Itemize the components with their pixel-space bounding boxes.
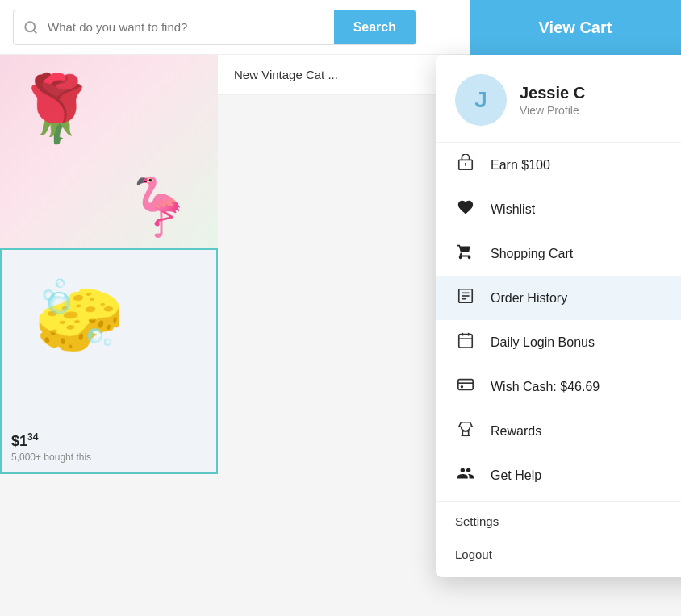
menu-item-rewards[interactable]: Rewards: [436, 409, 681, 453]
right-column: New Vintage Cat ... J Jessie C View Prof…: [218, 55, 681, 616]
svg-rect-13: [458, 380, 473, 390]
menu-item-wishlist[interactable]: Wishlist: [436, 187, 681, 231]
search-icon: [14, 20, 48, 35]
header: Search J 🛒 1 View Cart: [0, 0, 681, 55]
menu-icon-earn: [455, 154, 476, 176]
product-sold-count: 5,000+ bought this: [11, 452, 91, 463]
svg-rect-15: [462, 431, 468, 436]
menu-divider: [436, 501, 681, 502]
profile-name: Jessie C: [520, 84, 681, 102]
menu-item-earn[interactable]: Earn $100: [436, 143, 681, 187]
product-price: $134: [11, 431, 38, 450]
menu-item-login-bonus[interactable]: Daily Login Bonus: [436, 320, 681, 364]
menu-icon-cart: [455, 243, 476, 264]
menu-icon-rewards: [455, 420, 476, 442]
view-cart-button[interactable]: View Cart: [470, 0, 681, 55]
product-image-bottom[interactable]: $134 5,000+ bought this: [0, 248, 218, 474]
menu-item-orders[interactable]: Order History: [436, 276, 681, 320]
profile-info: Jessie C View Profile: [520, 84, 681, 117]
user-dropdown: J Jessie C View Profile ▶ Earn $100Wishl…: [436, 55, 681, 577]
svg-rect-9: [459, 335, 473, 348]
profile-avatar: J: [455, 74, 507, 126]
product-image-top[interactable]: [0, 55, 218, 248]
menu-label-rewards: Rewards: [491, 424, 541, 439]
menu-item-help[interactable]: Get Help: [436, 453, 681, 497]
menu-label-earn: Earn $100: [491, 158, 550, 173]
menu-icon-wishlist: [455, 198, 476, 220]
menu-item-cart[interactable]: Shopping Cart: [436, 231, 681, 276]
view-profile-link[interactable]: View Profile: [520, 104, 681, 117]
menu-label-cart: Shopping Cart: [491, 247, 573, 261]
menu-label-login-bonus: Daily Login Bonus: [491, 335, 595, 350]
menu-label-help: Get Help: [491, 468, 541, 483]
menu-icon-login-bonus: [455, 331, 476, 353]
svg-line-1: [33, 30, 36, 32]
svg-point-14: [462, 386, 463, 388]
search-bar: Search: [13, 10, 416, 45]
search-input[interactable]: [48, 20, 334, 34]
products-column: $134 5,000+ bought this: [0, 55, 218, 616]
logout-item[interactable]: Logout: [436, 538, 681, 571]
menu-label-wishlist: Wishlist: [491, 202, 535, 217]
menu-items: Earn $100WishlistShopping CartOrder Hist…: [436, 143, 681, 497]
main-content: $134 5,000+ bought this New Vintage Cat …: [0, 55, 681, 616]
menu-icon-wish-cash: [455, 376, 476, 397]
settings-item[interactable]: Settings: [436, 505, 681, 538]
search-button[interactable]: Search: [334, 10, 416, 45]
menu-label-orders: Order History: [491, 291, 567, 306]
menu-icon-help: [455, 464, 476, 486]
profile-section[interactable]: J Jessie C View Profile ▶: [436, 55, 681, 143]
menu-icon-orders: [455, 287, 476, 309]
menu-item-wish-cash[interactable]: Wish Cash: $46.69: [436, 364, 681, 409]
menu-label-wish-cash: Wish Cash: $46.69: [491, 380, 600, 394]
